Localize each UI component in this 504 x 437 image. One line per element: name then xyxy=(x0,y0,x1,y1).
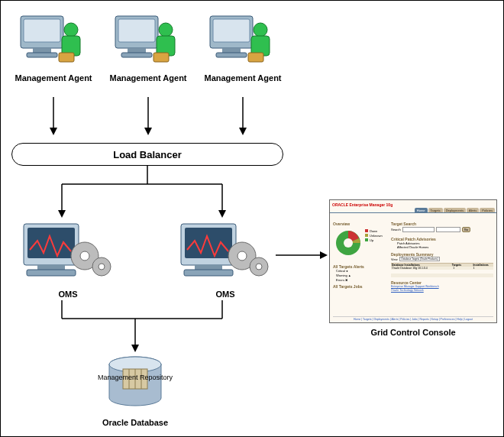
oms-icon-1 xyxy=(19,219,117,288)
console-label: Grid Control Console xyxy=(329,328,497,337)
database-label: Oracle Database xyxy=(92,418,178,427)
svg-rect-7 xyxy=(115,16,158,48)
svg-point-18 xyxy=(254,23,267,37)
load-balancer-box: Load Balancer xyxy=(11,143,283,166)
view-dropdown: Database Targets (Oracle Products) xyxy=(399,257,441,261)
svg-marker-50 xyxy=(320,251,328,259)
svg-point-56 xyxy=(109,357,161,372)
svg-rect-15 xyxy=(213,19,250,42)
svg-rect-44 xyxy=(184,270,233,276)
oms-label-1: OMS xyxy=(45,290,91,299)
agent-icon-1 xyxy=(16,11,91,70)
arrow-oms-db xyxy=(51,300,234,354)
agent-label-2: Management Agent xyxy=(106,73,190,83)
agent-icon-2 xyxy=(111,11,186,70)
svg-marker-24 xyxy=(144,128,152,135)
svg-point-11 xyxy=(159,23,173,37)
console-brand: ORACLE Enterprise Manager 10g xyxy=(332,202,393,207)
svg-rect-10 xyxy=(121,53,152,57)
svg-point-45 xyxy=(228,242,256,270)
status-legend: Down Unknown Up xyxy=(365,229,383,243)
svg-rect-19 xyxy=(251,36,270,56)
svg-point-4 xyxy=(64,23,78,37)
svg-point-48 xyxy=(256,264,262,270)
resource-link: Oracle Technology Network xyxy=(391,289,493,293)
svg-rect-5 xyxy=(62,36,80,56)
go-button: Go xyxy=(462,227,470,232)
table-row xyxy=(391,274,493,277)
agent-icon-3 xyxy=(205,11,280,70)
svg-point-47 xyxy=(250,257,268,276)
svg-marker-26 xyxy=(239,128,247,135)
svg-rect-3 xyxy=(27,53,57,57)
database-icon xyxy=(105,355,166,413)
svg-rect-13 xyxy=(153,53,169,62)
svg-rect-34 xyxy=(27,228,75,258)
arrow-agent3-lb xyxy=(237,97,248,135)
svg-rect-17 xyxy=(216,53,247,57)
svg-point-39 xyxy=(92,257,111,276)
overview-title: Overview xyxy=(333,222,388,226)
oms-label-2: OMS xyxy=(202,290,248,299)
svg-rect-2 xyxy=(33,48,51,53)
svg-point-57 xyxy=(109,357,161,372)
svg-rect-41 xyxy=(181,224,236,265)
repository-label: Management Repository xyxy=(97,374,173,381)
arrow-agent1-lb xyxy=(48,97,59,135)
svg-rect-36 xyxy=(27,270,76,276)
svg-rect-20 xyxy=(248,53,263,62)
diagram-canvas: Management Agent Management Agent Manage… xyxy=(0,0,504,437)
svg-point-63 xyxy=(344,238,353,248)
console-screenshot: ORACLE Enterprise Manager 10g Home Targe… xyxy=(329,199,497,323)
console-footer: Home | Targets | Deployments | Alerts | … xyxy=(333,316,493,321)
svg-marker-30 xyxy=(58,210,66,218)
arrow-lb-oms xyxy=(47,166,260,219)
arrow-agent2-lb xyxy=(143,97,153,135)
agent-label-3: Management Agent xyxy=(201,73,285,83)
svg-rect-42 xyxy=(185,228,232,258)
svg-point-37 xyxy=(71,242,99,270)
agent-label-1: Management Agent xyxy=(11,73,95,83)
pie-chart-icon xyxy=(333,228,363,258)
svg-point-40 xyxy=(99,264,105,270)
svg-rect-16 xyxy=(222,48,241,53)
jobs-title: All Targets Jobs xyxy=(333,284,388,289)
console-overview: Overview Down Unknown Up All Targets Ale… xyxy=(333,222,388,289)
console-right: Target Search Search Go Critical Patch A… xyxy=(391,222,493,293)
search-dropdown xyxy=(402,227,435,232)
svg-marker-22 xyxy=(50,128,57,135)
svg-rect-43 xyxy=(195,265,222,270)
svg-rect-12 xyxy=(157,36,175,56)
load-balancer-label: Load Balancer xyxy=(113,149,182,160)
arrow-oms-console xyxy=(276,250,328,261)
svg-rect-6 xyxy=(59,53,74,62)
svg-rect-9 xyxy=(128,48,146,53)
svg-rect-14 xyxy=(210,16,253,48)
oms-icon-2 xyxy=(176,219,274,288)
svg-point-38 xyxy=(80,251,89,261)
svg-marker-55 xyxy=(131,345,139,352)
deploy-table: Database Installations Targets Installat… xyxy=(391,263,493,277)
target-search-title: Target Search xyxy=(391,222,493,226)
svg-rect-35 xyxy=(37,265,65,270)
search-input xyxy=(436,227,460,232)
svg-rect-1 xyxy=(24,19,60,42)
svg-rect-33 xyxy=(24,224,79,265)
svg-rect-0 xyxy=(21,16,63,48)
svg-point-46 xyxy=(237,251,247,261)
svg-rect-8 xyxy=(118,19,155,42)
svg-marker-32 xyxy=(218,210,226,218)
